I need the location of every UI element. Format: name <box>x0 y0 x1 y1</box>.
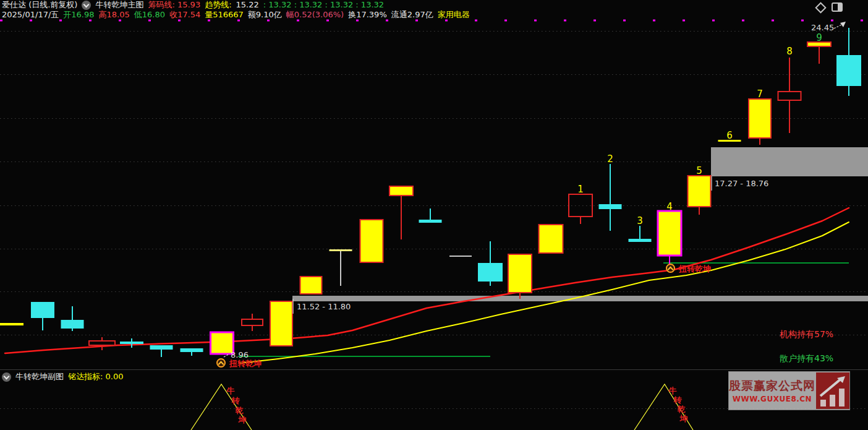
trend-line-value: 15.22 <box>236 0 259 10</box>
candle-body[interactable] <box>242 319 263 325</box>
quote-volume: 量516667 <box>205 10 244 20</box>
candle-body[interactable] <box>539 225 563 253</box>
candle-body[interactable] <box>569 194 592 217</box>
annotation-line <box>834 24 843 28</box>
candle-body[interactable] <box>688 176 711 207</box>
sequence-label: 5 <box>696 165 702 176</box>
watermark-logo-icon <box>816 372 849 409</box>
candle-body[interactable] <box>629 239 652 242</box>
quote-date: 2025/01/17/五 <box>2 10 59 20</box>
quote-close: 收17.54 <box>169 10 200 20</box>
annotation-arrowhead <box>840 22 846 27</box>
candle-body[interactable] <box>749 99 771 138</box>
candle-body[interactable] <box>778 92 801 100</box>
candle-body[interactable] <box>31 302 54 318</box>
sequence-label: 8 <box>786 46 793 57</box>
sequence-label: 6 <box>726 130 733 141</box>
reversal-signal-icon <box>216 358 226 368</box>
sub-indicator-value: 0.00 <box>106 372 124 381</box>
sequence-label: 4 <box>666 201 673 212</box>
quote-float: 流通2.97亿 <box>391 10 433 20</box>
candle-body[interactable] <box>330 249 352 251</box>
chip-zone-range-label-low: 11.52 - 11.80 <box>297 302 351 311</box>
quote-low: 低16.80 <box>134 10 165 20</box>
candle-body[interactable] <box>211 332 234 354</box>
chip-line-value: 筹码线: 15.93 <box>148 0 200 10</box>
sequence-label: 3 <box>637 215 643 226</box>
candle-body[interactable] <box>0 323 23 325</box>
triangle-label-char: 坤 <box>679 414 688 423</box>
retail-holding-label: 散户持有43% <box>780 353 833 364</box>
sub-chart-header: 牛转乾坤副图 铭达指标: 0.00 <box>2 372 123 382</box>
quote-amount: 额9.10亿 <box>248 10 282 20</box>
watermark-site-name: 股票赢家公式网 <box>729 378 815 394</box>
candle-body[interactable] <box>478 263 503 282</box>
triangle-label-char: 坤 <box>238 415 247 424</box>
quote-open: 开16.98 <box>63 10 94 20</box>
triangle-label-char: 牛 <box>668 386 677 395</box>
candle-body[interactable] <box>449 256 472 257</box>
high-price-label: 24.45 <box>811 23 834 32</box>
sequence-label: 2 <box>607 153 613 165</box>
watermark: 股票赢家公式网 WWW.GUXUE8.CN <box>728 371 850 410</box>
candle-body[interactable] <box>508 254 532 293</box>
quote-sector: 家用电器 <box>438 10 470 20</box>
reversal-signal-icon <box>666 264 675 273</box>
chip-zone-range-label-high: 17.27 - 18.76 <box>715 179 768 188</box>
sub-indicator-title: 牛转乾坤副图 <box>15 371 64 382</box>
watermark-text-block: 股票赢家公式网 WWW.GUXUE8.CN <box>729 372 815 410</box>
trend-ma-values: : 13.32 : 13.32 : 13.32 : 13.32 <box>263 0 384 10</box>
chip-peak-zone <box>711 147 868 176</box>
header-line-1: 爱仕达 (日线.前复权) 牛转乾坤主图 筹码线: 15.93趋势线:15.22:… <box>2 0 384 10</box>
candle-body[interactable] <box>120 342 143 344</box>
main-indicator-title: 牛转乾坤主图 <box>95 0 143 10</box>
chevron-down-circle-icon[interactable] <box>82 1 91 10</box>
header-line-2: 2025/01/17/五开16.98高18.05低16.80收17.54量516… <box>2 10 470 20</box>
candle-body[interactable] <box>270 301 292 346</box>
candle-body[interactable] <box>61 320 84 329</box>
watermark-site-url: WWW.GUXUE8.CN <box>733 395 812 403</box>
triangle-label-char: 牛 <box>226 386 235 395</box>
chevron-down-circle-icon[interactable] <box>2 372 11 382</box>
triangle-label-char: 转 <box>673 395 683 405</box>
candle-body[interactable] <box>181 348 203 352</box>
candle-body[interactable] <box>360 220 383 262</box>
sequence-label: 7 <box>757 88 763 100</box>
candle-body[interactable] <box>89 341 115 345</box>
reversal-signal-label: 扭转乾坤 <box>229 358 262 369</box>
institution-holding-label: 机构持有57% <box>780 329 833 340</box>
candle-body[interactable] <box>658 211 681 256</box>
tdx-chart-window: 123456789牛转乾坤牛转乾坤 爱仕达 (日线.前复权) 牛转乾坤主图 筹码… <box>0 0 868 430</box>
sub-indicator-reading: 铭达指标: 0.00 <box>68 371 123 382</box>
main-chart-canvas[interactable]: 123456789牛转乾坤牛转乾坤 <box>0 0 868 430</box>
reversal-signal-label: 扭转乾坤 <box>679 264 711 275</box>
candle-body[interactable] <box>836 55 861 86</box>
quote-turnover: 换17.39% <box>348 10 387 20</box>
sequence-label: 9 <box>816 32 822 43</box>
candle-body[interactable] <box>389 186 413 196</box>
triangle-label-char: 转 <box>231 396 240 405</box>
sequence-label: 1 <box>577 184 584 195</box>
stock-title: 爱仕达 (日线.前复权) <box>2 0 77 10</box>
triangle-label-char: 乾 <box>236 406 244 415</box>
layout-toggle-icon[interactable] <box>832 2 843 12</box>
sub-indicator-label: 铭达指标: <box>68 372 103 381</box>
triangle-label-char: 乾 <box>678 405 686 414</box>
quote-change: 幅0.52(3.06%) <box>286 10 344 20</box>
candle-body[interactable] <box>300 277 322 294</box>
candle-body[interactable] <box>419 220 442 223</box>
trend-line-label: 趋势线: <box>205 0 231 10</box>
quote-high: 高18.05 <box>99 10 130 20</box>
candle-body[interactable] <box>150 345 173 350</box>
candle-body[interactable] <box>599 204 622 209</box>
